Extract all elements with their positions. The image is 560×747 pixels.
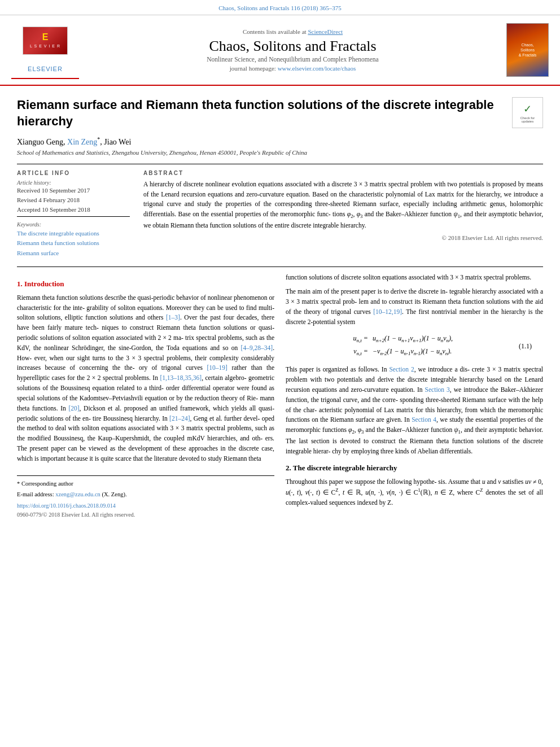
- ref-10-19[interactable]: [10–19]: [207, 364, 228, 371]
- elsevier-logo-area: E L S E V I E R ELSEVIER: [11, 21, 79, 79]
- ref-1-13[interactable]: [1,13–18,35,36]: [160, 374, 202, 381]
- journal-subtitle: Nonlinear Science, and Nonequilibrium an…: [88, 56, 497, 63]
- author-zeng-link[interactable]: Xin Zeng: [67, 138, 97, 146]
- article-info-col: ARTICLE INFO Article history: Received 1…: [17, 170, 130, 259]
- section2-para-1: Throughout this paper we suppose the fol…: [286, 477, 543, 508]
- ref-1-3[interactable]: [1–3]: [166, 314, 180, 321]
- author-geng: Xianguo Geng,: [17, 138, 67, 146]
- elsevier-logo-image: E L S E V I E R: [23, 27, 68, 55]
- keywords-label: Keywords:: [17, 221, 130, 228]
- history-label: Article history:: [17, 180, 130, 186]
- banner-link[interactable]: Chaos, Solitons and Fractals 116 (2018) …: [218, 5, 341, 11]
- ref-4-9[interactable]: [4–9,28–34]: [241, 344, 273, 351]
- footnote-corresponding: * Corresponding author: [17, 479, 274, 488]
- accepted-date: Accepted 10 September 2018: [17, 206, 130, 213]
- eq-rhs-1: un+2(1 − un+1vn+1)(1 − unvn),: [373, 333, 453, 345]
- check-icon: ✓: [523, 103, 532, 115]
- body-col-right: function solutions of discrete soliton e…: [286, 273, 543, 519]
- equation-1-1: un,t = un+2(1 − un+1vn+1)(1 − unvn), vn,…: [297, 333, 532, 360]
- keyword-3: Riemann surface: [17, 248, 130, 259]
- section-1-title: 1. Introduction: [17, 278, 274, 290]
- ref-10-12-19[interactable]: [10–12,19]: [373, 308, 402, 315]
- eq-lhs-2: vn,t =: [348, 346, 368, 358]
- author-wei: Jiao Wei: [104, 138, 131, 146]
- section-divider-top: [17, 164, 543, 164]
- abstract-col: ABSTRACT A hierarchy of discrete nonline…: [143, 170, 543, 259]
- eq-rhs-2: −vn-2(1 − un-1vn-1)(1 − unvn).: [373, 346, 452, 358]
- journal-header: E L S E V I E R ELSEVIER Contents lists …: [0, 15, 560, 86]
- issn-line: 0960-0779/© 2018 Elsevier Ltd. All right…: [17, 510, 274, 519]
- journal-homepage: journal homepage: www.elsevier.com/locat…: [88, 65, 497, 72]
- info-divider: [17, 216, 130, 217]
- cover-text: Chaos, Solitons & Fractals: [519, 42, 537, 58]
- homepage-link[interactable]: www.elsevier.com/locate/chaos: [278, 65, 356, 72]
- section2-link[interactable]: Section 2: [389, 366, 414, 373]
- keyword-2: Riemann theta function solutions: [17, 238, 130, 248]
- eq-row-1: un,t = un+2(1 − un+1vn+1)(1 − unvn),: [348, 333, 453, 345]
- eq-row-2: vn,t = −vn-2(1 − un-1vn-1)(1 − unvn).: [348, 346, 453, 358]
- keyword-link-1[interactable]: The discrete integrable equations: [17, 230, 99, 237]
- intro-para-2: function solutions of discrete soliton e…: [286, 273, 543, 283]
- section-divider-body: [17, 267, 543, 267]
- info-abstract-columns: ARTICLE INFO Article history: Received 1…: [17, 170, 543, 259]
- keyword-link-2[interactable]: Riemann theta function solutions: [17, 239, 99, 246]
- contents-available: Contents lists available at ScienceDirec…: [88, 28, 497, 35]
- body-content: 1. Introduction Riemann theta function s…: [17, 273, 543, 519]
- sciencedirect-link[interactable]: ScienceDirect: [308, 28, 343, 35]
- eq-system: un,t = un+2(1 − un+1vn+1)(1 − unvn), vn,…: [348, 333, 453, 360]
- section-2-title: 2. The discrete integrable hierarchy: [286, 462, 543, 474]
- article-title: Riemann surface and Riemann theta functi…: [17, 97, 503, 129]
- doi-line: https://doi.org/10.1016/j.chaos.2018.09.…: [17, 501, 274, 510]
- intro-para-3: The main aim of the present paper is to …: [286, 287, 543, 327]
- keyword-link-3[interactable]: Riemann surface: [17, 250, 59, 256]
- intro-para-4: This paper is organized as follows. In S…: [286, 365, 543, 456]
- journal-cover: Chaos, Solitons & Fractals: [506, 23, 549, 77]
- article-info-heading: ARTICLE INFO: [17, 170, 130, 176]
- copyright-line: © 2018 Elsevier Ltd. All rights reserved…: [143, 234, 543, 241]
- article-title-section: Riemann surface and Riemann theta functi…: [17, 97, 543, 129]
- journal-center: Contents lists available at ScienceDirec…: [88, 28, 497, 72]
- journal-title: Chaos, Solitons and Fractals: [88, 37, 497, 55]
- ref-20[interactable]: [20]: [68, 405, 79, 412]
- authors: Xianguo Geng, Xin Zeng*, Jiao Wei: [17, 136, 543, 147]
- abstract-heading: ABSTRACT: [143, 170, 543, 176]
- affiliation: School of Mathematics and Statistics, Zh…: [17, 149, 543, 156]
- ref-21-24[interactable]: [21–24]: [169, 415, 190, 422]
- body-col-left: 1. Introduction Riemann theta function s…: [17, 273, 274, 519]
- received-date: Received 10 September 2017: [17, 187, 130, 194]
- equation-content: un,t = un+2(1 − un+1vn+1)(1 − unvn), vn,…: [297, 333, 504, 360]
- keyword-1: The discrete integrable equations: [17, 229, 130, 239]
- elsevier-label: ELSEVIER: [28, 65, 63, 72]
- top-banner: Chaos, Solitons and Fractals 116 (2018) …: [0, 0, 560, 15]
- check-for-updates-badge: ✓ Check forupdates: [512, 97, 543, 128]
- intro-para-1: Riemann theta function solutions describ…: [17, 293, 274, 464]
- section4-link[interactable]: Section 4: [412, 416, 436, 423]
- equation-number: (1.1): [504, 341, 532, 352]
- email-link[interactable]: xzeng@zzu.edu.cn: [55, 491, 100, 497]
- abstract-text: A hierarchy of discrete nonlinear evolut…: [143, 180, 543, 231]
- eq-lhs-1: un,t =: [348, 333, 368, 345]
- footnote-email: E-mail address: xzeng@zzu.edu.cn (X. Zen…: [17, 490, 274, 499]
- doi-link[interactable]: https://doi.org/10.1016/j.chaos.2018.09.…: [17, 503, 116, 509]
- revised-date: Revised 4 February 2018: [17, 196, 130, 203]
- main-content: Riemann surface and Riemann theta functi…: [0, 86, 560, 530]
- section3-link[interactable]: Section 3: [425, 386, 450, 393]
- footnote-area: * Corresponding author E-mail address: x…: [17, 475, 274, 519]
